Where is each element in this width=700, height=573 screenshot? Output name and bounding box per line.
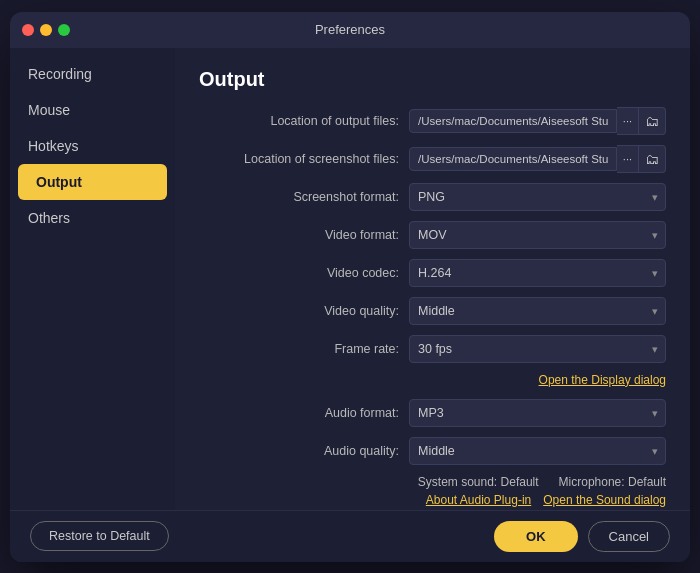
about-audio-link[interactable]: About Audio Plug-in (426, 493, 531, 507)
screenshot-location-folder-btn[interactable]: 🗂 (639, 145, 666, 173)
output-location-dots-btn[interactable]: ··· (617, 107, 639, 135)
open-sound-link[interactable]: Open the Sound dialog (543, 493, 666, 507)
ok-button[interactable]: OK (494, 521, 578, 552)
restore-default-button[interactable]: Restore to Default (30, 521, 169, 551)
output-location-label: Location of output files: (199, 114, 409, 128)
sidebar-item-output[interactable]: Output (18, 164, 167, 200)
screenshot-location-label: Location of screenshot files: (199, 152, 409, 166)
audio-info-row: System sound: Default Microphone: Defaul… (199, 475, 666, 489)
folder-icon: 🗂 (645, 113, 659, 129)
audio-quality-row: Audio quality: High Middle Low ▾ (199, 437, 666, 465)
video-quality-wrapper: High Middle Low ▾ (409, 297, 666, 325)
audio-quality-wrapper: High Middle Low ▾ (409, 437, 666, 465)
video-quality-select[interactable]: High Middle Low (409, 297, 666, 325)
video-format-wrapper: MOV MP4 AVI MKV ▾ (409, 221, 666, 249)
main-panel: Output Location of output files: ··· 🗂 L… (175, 48, 690, 510)
footer: Restore to Default OK Cancel (10, 510, 690, 562)
maximize-button[interactable] (58, 24, 70, 36)
sidebar-item-hotkeys[interactable]: Hotkeys (10, 128, 175, 164)
video-format-label: Video format: (199, 228, 409, 242)
cancel-button[interactable]: Cancel (588, 521, 670, 552)
audio-links-row: About Audio Plug-in Open the Sound dialo… (199, 493, 666, 507)
audio-format-label: Audio format: (199, 406, 409, 420)
video-codec-row: Video codec: H.264 H.265 MPEG-4 ▾ (199, 259, 666, 287)
window-title: Preferences (315, 22, 385, 37)
display-dialog-row: Open the Display dialog (199, 373, 666, 387)
traffic-lights (22, 24, 70, 36)
close-button[interactable] (22, 24, 34, 36)
title-bar: Preferences (10, 12, 690, 48)
output-location-input-group: ··· 🗂 (409, 107, 666, 135)
video-format-select[interactable]: MOV MP4 AVI MKV (409, 221, 666, 249)
preferences-window: Preferences Recording Mouse Hotkeys Outp… (10, 12, 690, 562)
audio-format-wrapper: MP3 AAC WAV ▾ (409, 399, 666, 427)
footer-btn-group: OK Cancel (494, 521, 670, 552)
screenshot-location-row: Location of screenshot files: ··· 🗂 (199, 145, 666, 173)
video-codec-label: Video codec: (199, 266, 409, 280)
output-location-folder-btn[interactable]: 🗂 (639, 107, 666, 135)
output-section-title: Output (199, 68, 666, 91)
screenshot-format-label: Screenshot format: (199, 190, 409, 204)
screenshot-format-row: Screenshot format: PNG JPG BMP ▾ (199, 183, 666, 211)
system-sound-info: System sound: Default (418, 475, 539, 489)
main-layout: Recording Mouse Hotkeys Output Others Ou… (10, 48, 690, 510)
video-codec-wrapper: H.264 H.265 MPEG-4 ▾ (409, 259, 666, 287)
video-quality-label: Video quality: (199, 304, 409, 318)
minimize-button[interactable] (40, 24, 52, 36)
frame-rate-select[interactable]: 30 fps 60 fps 24 fps 15 fps (409, 335, 666, 363)
frame-rate-row: Frame rate: 30 fps 60 fps 24 fps 15 fps … (199, 335, 666, 363)
output-location-row: Location of output files: ··· 🗂 (199, 107, 666, 135)
sidebar: Recording Mouse Hotkeys Output Others (10, 48, 175, 510)
screenshot-location-input[interactable] (409, 147, 617, 171)
screenshot-location-input-group: ··· 🗂 (409, 145, 666, 173)
frame-rate-wrapper: 30 fps 60 fps 24 fps 15 fps ▾ (409, 335, 666, 363)
folder-icon-2: 🗂 (645, 151, 659, 167)
sidebar-item-others[interactable]: Others (10, 200, 175, 236)
microphone-info: Microphone: Default (559, 475, 666, 489)
audio-format-row: Audio format: MP3 AAC WAV ▾ (199, 399, 666, 427)
open-display-link[interactable]: Open the Display dialog (539, 373, 666, 387)
video-format-row: Video format: MOV MP4 AVI MKV ▾ (199, 221, 666, 249)
output-location-input[interactable] (409, 109, 617, 133)
video-codec-select[interactable]: H.264 H.265 MPEG-4 (409, 259, 666, 287)
screenshot-format-select[interactable]: PNG JPG BMP (409, 183, 666, 211)
sidebar-item-mouse[interactable]: Mouse (10, 92, 175, 128)
sidebar-item-recording[interactable]: Recording (10, 56, 175, 92)
audio-quality-label: Audio quality: (199, 444, 409, 458)
audio-format-select[interactable]: MP3 AAC WAV (409, 399, 666, 427)
video-quality-row: Video quality: High Middle Low ▾ (199, 297, 666, 325)
audio-quality-select[interactable]: High Middle Low (409, 437, 666, 465)
frame-rate-label: Frame rate: (199, 342, 409, 356)
screenshot-location-dots-btn[interactable]: ··· (617, 145, 639, 173)
screenshot-format-wrapper: PNG JPG BMP ▾ (409, 183, 666, 211)
